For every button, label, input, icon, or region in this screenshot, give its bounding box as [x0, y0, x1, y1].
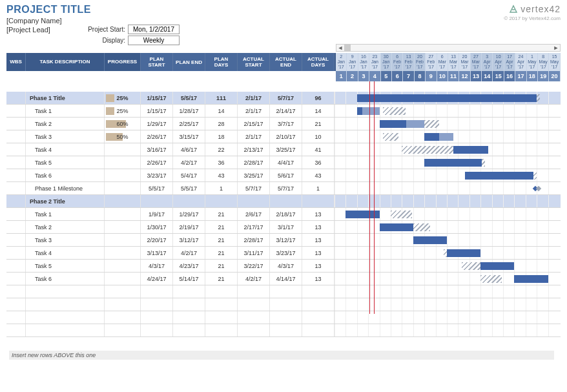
cell-task-name[interactable]: Task 4: [26, 143, 105, 156]
cell-task-name[interactable]: Phase 2 Title: [26, 195, 105, 207]
phase-row[interactable]: Phase 2 Title: [6, 195, 561, 208]
cell-actual-days[interactable]: 14: [302, 105, 335, 117]
cell-progress[interactable]: [105, 234, 141, 246]
cell-actual-days[interactable]: 41: [302, 143, 335, 156]
cell-actual-days[interactable]: 13: [302, 221, 335, 233]
cell-actual-start[interactable]: 2/1/17: [238, 130, 270, 143]
cell-progress[interactable]: 25%: [105, 105, 141, 117]
cell-actual-end[interactable]: 4/14/17: [270, 273, 302, 285]
cell-plan-end[interactable]: 3/12/17: [173, 234, 205, 246]
cell-progress[interactable]: [105, 221, 141, 233]
cell-progress[interactable]: [105, 182, 141, 194]
cell-wbs[interactable]: [6, 195, 26, 207]
cell-plan-end[interactable]: 5/14/17: [173, 273, 205, 285]
cell-plan-days[interactable]: [205, 195, 238, 207]
task-row[interactable]: Task 6 4/24/17 5/14/17 21 4/2/17 4/14/17…: [6, 273, 561, 285]
phase-row[interactable]: Phase 1 Title 25% 1/15/17 5/5/17 111 2/1…: [6, 92, 561, 105]
cell-plan-days[interactable]: 21: [205, 221, 238, 233]
task-row[interactable]: Task 5 2/26/17 4/2/17 36 2/28/17 4/4/17 …: [6, 156, 561, 169]
cell-plan-start[interactable]: 2/26/17: [141, 156, 173, 169]
cell-task-name[interactable]: Task 2: [26, 118, 105, 130]
cell-actual-end[interactable]: 3/23/17: [270, 247, 302, 259]
cell-wbs[interactable]: [6, 143, 26, 156]
cell-wbs[interactable]: [6, 105, 26, 117]
cell-plan-start[interactable]: 1/30/17: [141, 221, 173, 233]
cell-plan-start[interactable]: 1/9/17: [141, 208, 173, 220]
cell-actual-end[interactable]: 4/3/17: [270, 260, 302, 272]
cell-actual-end[interactable]: 5/7/17: [270, 182, 302, 194]
cell-plan-end[interactable]: [173, 195, 205, 207]
cell-progress[interactable]: [105, 195, 141, 207]
cell-progress[interactable]: [105, 260, 141, 272]
cell-actual-start[interactable]: [238, 195, 270, 207]
task-row[interactable]: Phase 1 Milestone 5/5/17 5/5/17 1 5/7/17…: [6, 182, 561, 195]
cell-plan-days[interactable]: 21: [205, 247, 238, 259]
display-select[interactable]: Weekly: [128, 36, 180, 45]
cell-plan-days[interactable]: 43: [205, 169, 238, 181]
cell-plan-end[interactable]: 5/4/17: [173, 169, 205, 181]
cell-task-name[interactable]: Phase 1 Milestone: [26, 182, 105, 194]
cell-progress[interactable]: [105, 247, 141, 259]
cell-actual-days[interactable]: 96: [302, 92, 335, 104]
task-row[interactable]: Task 4 3/13/17 4/2/17 21 3/11/17 3/23/17…: [6, 247, 561, 260]
scroll-left-icon[interactable]: ◄: [336, 45, 344, 51]
cell-task-name[interactable]: Task 2: [26, 221, 105, 233]
cell-plan-end[interactable]: 1/28/17: [173, 105, 205, 117]
cell-actual-start[interactable]: 2/1/17: [238, 92, 270, 104]
cell-plan-end[interactable]: 2/25/17: [173, 118, 205, 130]
cell-progress[interactable]: [105, 143, 141, 156]
cell-plan-start[interactable]: 3/23/17: [141, 169, 173, 181]
cell-plan-days[interactable]: 21: [205, 260, 238, 272]
cell-actual-days[interactable]: 13: [302, 260, 335, 272]
cell-actual-days[interactable]: 13: [302, 273, 335, 285]
cell-plan-days[interactable]: 21: [205, 273, 238, 285]
cell-task-name[interactable]: Task 3: [26, 234, 105, 246]
cell-actual-start[interactable]: 2/13/17: [238, 143, 270, 156]
scroll-right-icon[interactable]: ►: [552, 45, 560, 51]
cell-wbs[interactable]: [6, 156, 26, 169]
cell-plan-start[interactable]: 3/16/17: [141, 143, 173, 156]
empty-row[interactable]: [6, 311, 561, 324]
cell-actual-end[interactable]: 3/12/17: [270, 234, 302, 246]
cell-actual-end[interactable]: [270, 195, 302, 207]
task-row[interactable]: Task 4 3/16/17 4/6/17 22 2/13/17 3/25/17…: [6, 143, 561, 156]
cell-plan-start[interactable]: [141, 195, 173, 207]
empty-row[interactable]: [6, 285, 561, 298]
cell-actual-end[interactable]: 5/7/17: [270, 92, 302, 104]
cell-wbs[interactable]: [6, 182, 26, 194]
cell-actual-start[interactable]: 3/22/17: [238, 260, 270, 272]
cell-task-name[interactable]: Task 5: [26, 260, 105, 272]
cell-task-name[interactable]: Task 1: [26, 105, 105, 117]
cell-plan-start[interactable]: 3/13/17: [141, 247, 173, 259]
cell-actual-end[interactable]: 2/14/17: [270, 105, 302, 117]
cell-progress[interactable]: [105, 273, 141, 285]
cell-plan-days[interactable]: 111: [205, 92, 238, 104]
cell-plan-days[interactable]: 36: [205, 156, 238, 169]
cell-plan-end[interactable]: 4/2/17: [173, 156, 205, 169]
cell-task-name[interactable]: Task 3: [26, 130, 105, 143]
cell-actual-start[interactable]: 2/1/17: [238, 105, 270, 117]
cell-actual-start[interactable]: 3/25/17: [238, 169, 270, 181]
task-row[interactable]: Task 1 25% 1/15/17 1/28/17 14 2/1/17 2/1…: [6, 105, 561, 118]
cell-plan-days[interactable]: 1: [205, 182, 238, 194]
cell-plan-days[interactable]: 21: [205, 234, 238, 246]
cell-actual-days[interactable]: 13: [302, 247, 335, 259]
cell-plan-end[interactable]: 3/15/17: [173, 130, 205, 143]
task-row[interactable]: Task 3 50% 2/26/17 3/15/17 18 2/1/17 2/1…: [6, 130, 561, 143]
cell-wbs[interactable]: [6, 208, 26, 220]
cell-task-name[interactable]: Task 1: [26, 208, 105, 220]
cell-actual-start[interactable]: 2/15/17: [238, 118, 270, 130]
cell-task-name[interactable]: Task 5: [26, 156, 105, 169]
cell-actual-start[interactable]: 2/28/17: [238, 234, 270, 246]
cell-plan-days[interactable]: 28: [205, 118, 238, 130]
cell-plan-end[interactable]: 4/23/17: [173, 260, 205, 272]
cell-plan-end[interactable]: 4/6/17: [173, 143, 205, 156]
cell-task-name[interactable]: Phase 1 Title: [26, 92, 105, 104]
project-start-input[interactable]: Mon, 1/2/2017: [128, 25, 180, 34]
cell-wbs[interactable]: [6, 273, 26, 285]
cell-plan-days[interactable]: 22: [205, 143, 238, 156]
cell-plan-start[interactable]: 4/3/17: [141, 260, 173, 272]
cell-wbs[interactable]: [6, 130, 26, 143]
empty-row[interactable]: [6, 324, 561, 337]
empty-row[interactable]: [6, 298, 561, 311]
